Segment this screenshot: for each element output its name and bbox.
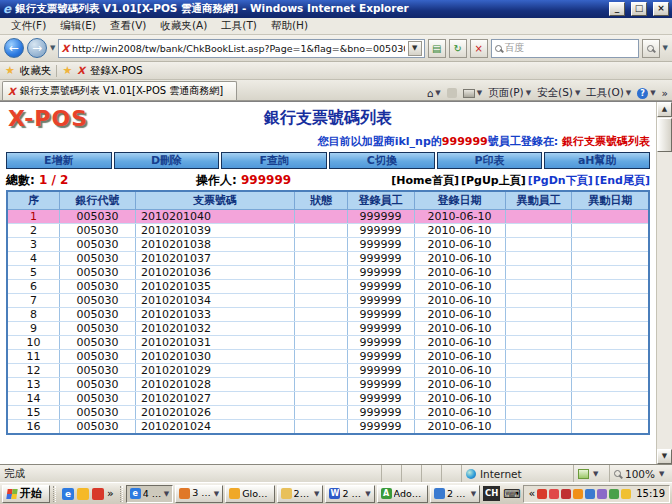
page-menu-button[interactable]: 页面(P)▼: [488, 86, 531, 100]
maximize-button[interactable]: □: [631, 2, 647, 16]
search-go-button[interactable]: [642, 39, 660, 58]
taskbar-button[interactable]: Globa...: [225, 485, 274, 503]
group-dropdown-icon[interactable]: ▼: [214, 490, 219, 498]
address-field[interactable]: X http://win2008/tw/bank/ChkBookList.asp…: [58, 39, 424, 58]
minimize-button[interactable]: _: [609, 2, 625, 16]
taskbar-button[interactable]: 2 Yi...▼: [277, 485, 324, 503]
scroll-down-icon[interactable]: ▼: [657, 449, 672, 464]
group-dropdown-icon[interactable]: ▼: [314, 490, 319, 498]
search-input[interactable]: 百度: [491, 39, 639, 58]
messenger-tray-icon[interactable]: [537, 489, 547, 499]
add-action-button[interactable]: E增新: [6, 152, 112, 169]
taskbar-button[interactable]: e4 In...▼: [126, 485, 173, 503]
address-dropdown-icon[interactable]: ▼: [408, 41, 422, 56]
cell: 14: [7, 391, 60, 405]
menu-help[interactable]: 帮助(H): [264, 18, 315, 34]
qq-tray-icon-2[interactable]: [561, 489, 571, 499]
command-overflow-chevron[interactable]: »: [662, 87, 668, 99]
url-text: http://win2008/tw/bank/ChkBookList.asp?P…: [72, 43, 405, 54]
vertical-scrollbar[interactable]: ▲ ▼: [656, 102, 672, 464]
table-row[interactable]: 1600503020102010249999992010-06-10: [7, 419, 649, 434]
scrollbar-thumb[interactable]: [657, 118, 672, 152]
home-button[interactable]: ⌂▼: [427, 87, 441, 99]
table-row[interactable]: 1200503020102010299999992010-06-10: [7, 363, 649, 377]
stop-button[interactable]: ×: [470, 39, 488, 58]
tab-bank-check-list[interactable]: X 銀行支票號碼列表 V1.01[X-POS 雲通商務網]: [2, 81, 237, 100]
start-button[interactable]: 开始: [2, 485, 50, 503]
query-action-button[interactable]: F查詢: [221, 152, 327, 169]
back-button[interactable]: ←: [4, 38, 24, 58]
qq-icon[interactable]: [92, 488, 104, 500]
print-button[interactable]: ▼: [463, 89, 482, 98]
im-tray-icon[interactable]: [597, 489, 607, 499]
scroll-up-icon[interactable]: ▲: [657, 102, 672, 117]
cell: [572, 321, 649, 335]
feeds-icon: [447, 88, 457, 98]
language-indicator[interactable]: CH: [483, 486, 500, 501]
toolbar-handle[interactable]: [120, 486, 123, 502]
table-row[interactable]: 900503020102010329999992010-06-10: [7, 321, 649, 335]
table-row[interactable]: 1300503020102010289999992010-06-10: [7, 377, 649, 391]
table-row[interactable]: 300503020102010389999992010-06-10: [7, 237, 649, 251]
forward-button[interactable]: →: [27, 38, 47, 58]
table-row[interactable]: 400503020102010379999992010-06-10: [7, 251, 649, 265]
keyboard-icon[interactable]: ⌨: [503, 487, 520, 501]
taskbar-button[interactable]: AAdobe...: [377, 485, 428, 503]
safety-menu-button[interactable]: 安全(S)▼: [537, 86, 580, 100]
toolbar-handle[interactable]: [53, 486, 56, 502]
refresh-button[interactable]: ↻: [449, 39, 467, 58]
menu-favorites[interactable]: 收藏夹(A): [153, 18, 214, 34]
search-options-dropdown-icon[interactable]: ▼: [663, 44, 668, 52]
tray-overflow-chevron[interactable]: «: [528, 487, 535, 500]
ie-icon[interactable]: e: [62, 488, 74, 500]
history-dropdown-icon[interactable]: ▼: [50, 44, 55, 52]
browser-tray-icon[interactable]: [585, 489, 595, 499]
taskbar-button[interactable]: 3 新...▼: [175, 485, 223, 503]
scrollbar-track[interactable]: [657, 152, 672, 449]
menu-file[interactable]: 文件(F): [4, 18, 53, 34]
security-tray-icon[interactable]: [573, 489, 583, 499]
cell: [505, 349, 572, 363]
group-dropdown-icon[interactable]: ▼: [365, 490, 370, 498]
table-row[interactable]: 700503020102010349999992010-06-10: [7, 293, 649, 307]
help-button[interactable]: ?▼: [637, 88, 655, 99]
close-button[interactable]: ×: [653, 2, 669, 16]
group-dropdown-icon[interactable]: ▼: [471, 490, 476, 498]
tools-menu-button[interactable]: 工具(O)▼: [586, 86, 631, 100]
table-row[interactable]: 1000503020102010319999992010-06-10: [7, 335, 649, 349]
login-xpos-link[interactable]: 登錄X-POS: [90, 64, 143, 78]
zoom-control[interactable]: 100% ▼: [610, 465, 672, 482]
menu-tools[interactable]: 工具(T): [214, 18, 264, 34]
pager-PgDn下頁[interactable]: [PgDn下頁]: [528, 174, 593, 187]
add-favorite-icon[interactable]: ★: [62, 64, 72, 77]
quick-launch-overflow-chevron[interactable]: »: [107, 487, 114, 500]
table-row[interactable]: 1100503020102010309999992010-06-10: [7, 349, 649, 363]
messenger-icon[interactable]: [77, 488, 89, 500]
menu-view[interactable]: 查看(V): [103, 18, 153, 34]
table-row[interactable]: 100503020102010409999992010-06-10: [7, 209, 649, 223]
favorites-label[interactable]: 收藏夹: [20, 64, 52, 78]
shield-tray-icon[interactable]: [621, 489, 631, 499]
table-row[interactable]: 800503020102010339999992010-06-10: [7, 307, 649, 321]
table-row[interactable]: 600503020102010359999992010-06-10: [7, 279, 649, 293]
switch-action-button[interactable]: C切換: [329, 152, 435, 169]
table-row[interactable]: 1500503020102010269999992010-06-10: [7, 405, 649, 419]
qq-tray-icon[interactable]: [549, 489, 559, 499]
protected-mode-indicator[interactable]: ▼: [574, 465, 610, 482]
pager-End尾頁[interactable]: [End尾頁]: [595, 174, 650, 187]
task-buttons: e4 In...▼3 新...▼Globa...2 Yi...▼W2 Mi...…: [126, 485, 480, 503]
table-row[interactable]: 1400503020102010279999992010-06-10: [7, 391, 649, 405]
cell: [572, 293, 649, 307]
table-row[interactable]: 200503020102010399999992010-06-10: [7, 223, 649, 237]
taskbar-button[interactable]: 2 Re...▼: [430, 485, 480, 503]
taskbar-button[interactable]: W2 Mi...▼: [325, 485, 374, 503]
menu-edit[interactable]: 编辑(E): [53, 18, 103, 34]
status-tray-icon[interactable]: [609, 489, 619, 499]
table-row[interactable]: 500503020102010369999992010-06-10: [7, 265, 649, 279]
print-action-button[interactable]: P印表: [437, 152, 543, 169]
help-action-button[interactable]: aH幫助: [544, 152, 650, 169]
feeds-button[interactable]: [447, 88, 457, 98]
group-dropdown-icon[interactable]: ▼: [164, 490, 169, 498]
compatibility-view-button[interactable]: ▤: [428, 39, 446, 58]
delete-action-button[interactable]: D刪除: [114, 152, 220, 169]
